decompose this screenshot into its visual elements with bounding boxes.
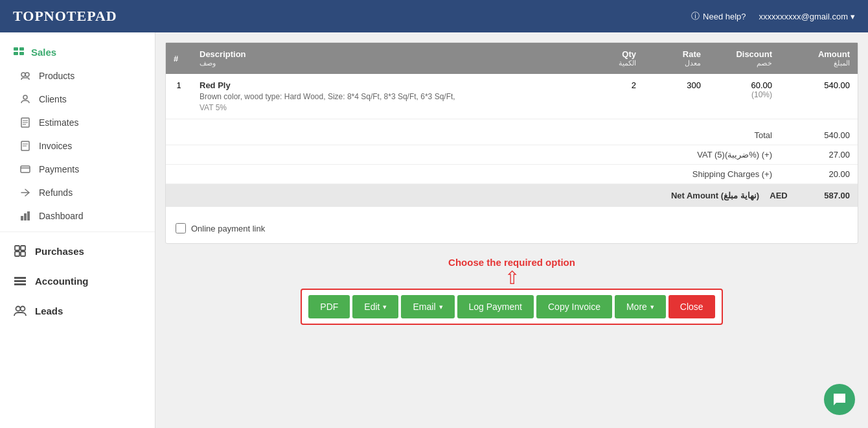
net-value: 587.00 xyxy=(798,191,850,200)
edit-button[interactable]: Edit xyxy=(352,295,398,318)
sidebar-sales-label: Sales xyxy=(31,47,56,58)
button-bar: PDF Edit Email Log Payment Copy Invoice … xyxy=(301,289,722,325)
online-payment-checkbox[interactable] xyxy=(176,223,186,233)
sidebar-item-label: Clients xyxy=(39,94,67,104)
row-amount: 540.00 xyxy=(780,74,858,119)
invoice-table: # Description وصف Qty الكمية Rate معدل xyxy=(166,43,858,119)
row-description: Red Ply Brown color, wood type: Hard Woo… xyxy=(192,74,586,119)
payment-link-label: Online payment link xyxy=(191,224,265,233)
help-link[interactable]: ⓘ Need help? xyxy=(691,10,746,22)
svg-point-27 xyxy=(21,307,25,311)
svg-point-5 xyxy=(25,73,29,77)
total-row: Total 540.00 xyxy=(166,126,858,145)
svg-rect-3 xyxy=(19,52,24,55)
row-qty: 2 xyxy=(586,74,644,119)
copy-invoice-button[interactable]: Copy Invoice xyxy=(536,295,612,318)
tooltip-message: Choose the required option xyxy=(448,257,575,268)
sidebar-main-label: Purchases xyxy=(35,246,84,257)
sidebar-item-accounting[interactable]: Accounting xyxy=(0,266,155,296)
col-header-rate: Rate معدل xyxy=(644,43,709,74)
sidebar-item-leads[interactable]: Leads xyxy=(0,296,155,326)
sidebar-item-estimates[interactable]: Estimates xyxy=(0,111,155,134)
sidebar-item-label: Payments xyxy=(39,164,79,174)
estimates-icon xyxy=(19,117,31,128)
header: TopNotepad ⓘ Need help? xxxxxxxxxx@gmail… xyxy=(0,0,868,32)
sales-icon xyxy=(13,45,25,59)
svg-rect-22 xyxy=(21,252,25,256)
shipping-label: Shipping Charges (+) xyxy=(630,169,772,179)
sidebar-item-dashboard[interactable]: Dashboard xyxy=(0,204,155,228)
sidebar-item-invoices[interactable]: Invoices xyxy=(0,134,155,158)
log-payment-button[interactable]: Log Payment xyxy=(457,295,534,318)
main-layout: Sales Products Clients Estimates Invoice… xyxy=(0,32,868,428)
row-discount: 60.00 (10%) xyxy=(709,74,780,119)
svg-point-26 xyxy=(16,307,21,311)
svg-rect-16 xyxy=(21,216,23,220)
total-value: 540.00 xyxy=(772,130,850,140)
net-label: Net Amount (نهاية مبلغ) xyxy=(617,191,759,200)
net-currency: AED xyxy=(759,191,798,200)
action-area: Choose the required option ⇧ PDF Edit Em… xyxy=(165,254,858,335)
sidebar-item-label: Estimates xyxy=(39,117,78,128)
col-header-discount: Discount خصم xyxy=(709,43,780,74)
product-desc: Brown color, wood type: Hard Wood, Size:… xyxy=(200,92,578,101)
svg-rect-18 xyxy=(27,211,30,220)
sidebar-item-clients[interactable]: Clients xyxy=(0,88,155,111)
sidebar-item-label: Invoices xyxy=(39,141,72,151)
svg-point-4 xyxy=(21,73,25,77)
sidebar-item-purchases[interactable]: Purchases xyxy=(0,236,155,266)
sidebar-sales-section[interactable]: Sales xyxy=(0,39,155,64)
invoice-card: # Description وصف Qty الكمية Rate معدل xyxy=(165,42,858,244)
email-button[interactable]: Email xyxy=(401,295,454,318)
vat-label: VAT (5)(ضريبة%) (+) xyxy=(630,150,772,160)
refunds-icon xyxy=(19,187,31,198)
vat-value: 27.00 xyxy=(772,150,850,160)
sidebar-item-payments[interactable]: Payments xyxy=(0,158,155,181)
svg-rect-2 xyxy=(14,52,18,55)
totals-section: Total 540.00 VAT (5)(ضريبة%) (+) 27.00 S… xyxy=(166,119,858,213)
sidebar-item-label: Products xyxy=(39,71,74,81)
more-button[interactable]: More xyxy=(615,295,666,318)
svg-rect-20 xyxy=(21,246,25,250)
close-button[interactable]: Close xyxy=(668,295,715,318)
product-vat: VAT 5% xyxy=(200,103,578,112)
leads-icon xyxy=(13,303,27,318)
col-header-qty: Qty الكمية xyxy=(586,43,644,74)
svg-rect-24 xyxy=(14,280,26,282)
svg-rect-23 xyxy=(14,277,26,279)
col-header-description: Description وصف xyxy=(192,43,586,74)
col-header-num: # xyxy=(166,43,192,74)
vat-row: VAT (5)(ضريبة%) (+) 27.00 xyxy=(166,145,858,165)
shipping-row: Shipping Charges (+) 20.00 xyxy=(166,165,858,184)
table-row: 1 Red Ply Brown color, wood type: Hard W… xyxy=(166,74,858,119)
svg-rect-1 xyxy=(19,47,24,51)
logo: TopNotepad xyxy=(13,8,117,25)
purchases-icon xyxy=(13,244,27,258)
help-icon: ⓘ xyxy=(691,10,700,22)
user-email-dropdown[interactable]: xxxxxxxxxx@gmail.com ▾ xyxy=(759,12,855,21)
chat-bubble[interactable] xyxy=(824,384,855,415)
svg-rect-25 xyxy=(14,283,26,285)
dashboard-icon xyxy=(19,210,31,222)
clients-icon xyxy=(19,93,31,105)
sidebar-item-products[interactable]: Products xyxy=(0,64,155,88)
sidebar-item-refunds[interactable]: Refunds xyxy=(0,181,155,204)
pdf-button[interactable]: PDF xyxy=(308,295,350,318)
svg-point-6 xyxy=(23,95,27,99)
row-rate: 300 xyxy=(644,74,709,119)
sidebar-main-label: Accounting xyxy=(35,276,89,287)
col-header-amount: Amount المبلغ xyxy=(780,43,858,74)
svg-rect-0 xyxy=(14,47,18,51)
total-label: Total xyxy=(630,130,772,140)
shipping-value: 20.00 xyxy=(772,169,850,179)
products-icon xyxy=(19,70,31,82)
sidebar: Sales Products Clients Estimates Invoice… xyxy=(0,32,155,428)
row-num: 1 xyxy=(166,74,192,119)
payments-icon xyxy=(19,163,31,175)
chevron-down-icon: ▾ xyxy=(851,12,855,21)
sidebar-item-label: Refunds xyxy=(39,187,73,198)
product-name: Red Ply xyxy=(200,80,578,90)
sidebar-main-label: Leads xyxy=(35,305,63,316)
svg-rect-19 xyxy=(15,246,19,250)
invoices-icon xyxy=(19,140,31,152)
